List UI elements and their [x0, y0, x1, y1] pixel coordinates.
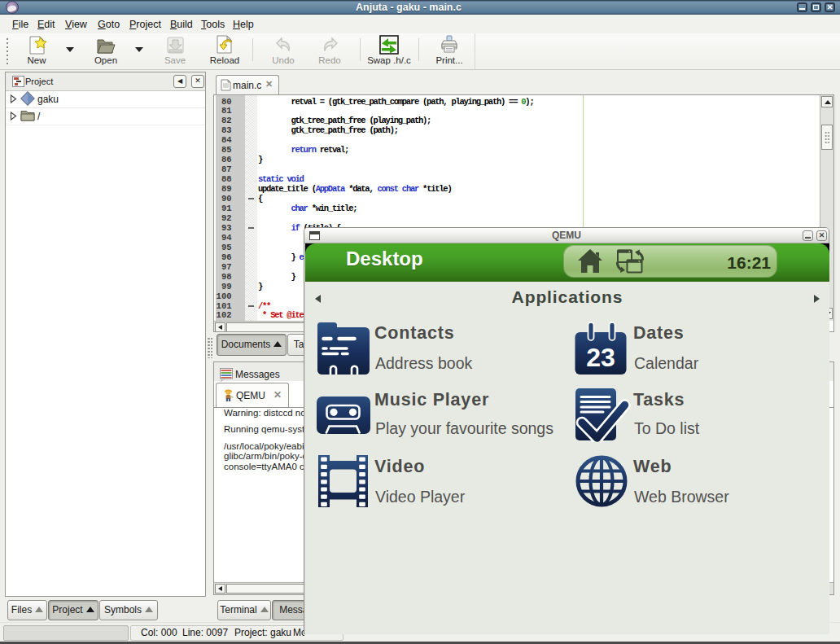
svg-text:23: 23 — [586, 343, 615, 372]
